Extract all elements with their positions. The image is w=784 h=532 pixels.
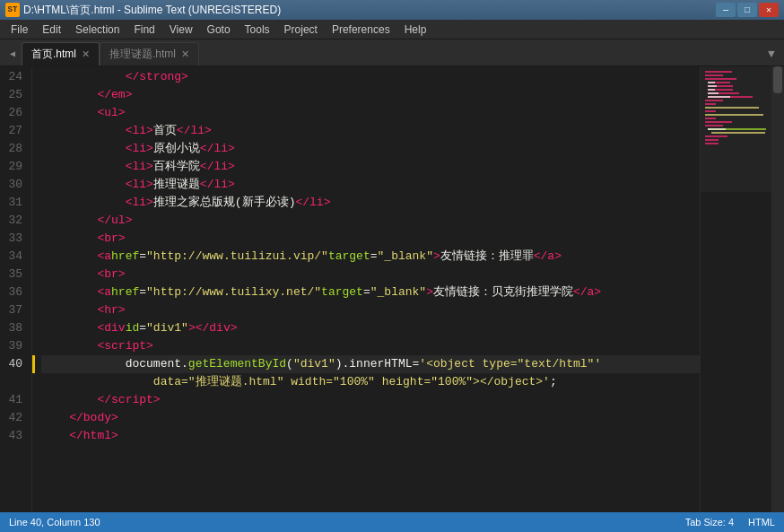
svg-rect-3 [705, 74, 723, 76]
minimize-button[interactable]: — [716, 3, 736, 17]
minimap-visual [701, 66, 771, 512]
line-num-31: 31 [5, 194, 22, 212]
code-line-31: <li>推理之家总版规(新手必读)</li> [41, 194, 700, 212]
line-num-42: 42 [5, 409, 22, 427]
menu-help[interactable]: Help [397, 22, 434, 38]
svg-rect-6 [708, 82, 715, 83]
svg-rect-12 [708, 92, 719, 94]
tab-bar: ◀ 首页.html ✕ 推理谜题.html ✕ ▼ [0, 39, 784, 66]
menu-view[interactable]: View [162, 22, 200, 38]
line-num-36: 36 [5, 283, 22, 301]
svg-rect-27 [705, 139, 719, 141]
title-bar-left: ST D:\HTML\首页.html - Sublime Text (UNREG… [5, 3, 281, 18]
line-num-40: 40 [5, 355, 22, 373]
svg-rect-20 [705, 118, 716, 119]
line-num-35: 35 [5, 266, 22, 283]
maximize-button[interactable]: □ [737, 3, 757, 17]
line-num-29: 29 [5, 158, 22, 176]
svg-rect-18 [705, 110, 716, 112]
svg-rect-21 [705, 121, 732, 123]
status-left: Line 40, Column 130 [9, 517, 100, 528]
menu-selection[interactable]: Selection [68, 22, 126, 38]
line-num-24: 24 [5, 68, 22, 86]
line-num-39: 39 [5, 337, 22, 355]
line-num-37: 37 [5, 301, 22, 319]
line-num-33: 33 [5, 230, 22, 248]
code-line-40: document.getElementById("div1").innerHTM… [41, 355, 700, 373]
code-line-41: </script> [41, 391, 700, 409]
svg-rect-4 [705, 78, 736, 80]
svg-rect-2 [705, 71, 732, 73]
editor-container: 24 25 26 27 28 29 30 31 32 33 34 35 36 3… [0, 66, 784, 512]
line-num-26: 26 [5, 104, 22, 122]
window-title: D:\HTML\首页.html - Sublime Text (UNREGIST… [23, 3, 281, 18]
line-num-32: 32 [5, 212, 22, 230]
line-numbers: 24 25 26 27 28 29 30 31 32 33 34 35 36 3… [0, 66, 32, 512]
code-line-32: </ul> [41, 212, 700, 230]
scrollbar-thumb[interactable] [773, 66, 782, 93]
code-line-25: </em> [41, 86, 700, 104]
svg-rect-19 [705, 114, 763, 116]
code-line-29: <li>百科学院</li> [41, 158, 700, 176]
tab-homepage-close[interactable]: ✕ [82, 49, 90, 59]
menu-tools[interactable]: Tools [238, 22, 277, 38]
line-num-34: 34 [5, 248, 22, 266]
code-line-37: <hr> [41, 301, 700, 319]
svg-rect-10 [708, 89, 715, 91]
code-line-26: <ul> [41, 104, 700, 122]
code-line-27: <li>首页</li> [41, 122, 700, 140]
svg-rect-8 [708, 85, 717, 87]
menu-file[interactable]: File [4, 22, 35, 38]
close-button[interactable]: ✕ [759, 3, 779, 17]
app-icon: ST [5, 3, 20, 17]
active-line-marker [32, 355, 35, 373]
code-line-35: <br> [41, 266, 700, 283]
code-line-38: <div id="div1"></div> [41, 319, 700, 337]
tab-puzzle-close[interactable]: ✕ [181, 49, 189, 59]
line-num-28: 28 [5, 140, 22, 158]
code-line-40-cont: data="推理谜题.html" width="100%" height="10… [41, 373, 700, 391]
title-bar: ST D:\HTML\首页.html - Sublime Text (UNREG… [0, 0, 784, 20]
tab-list-button[interactable]: ▼ [762, 42, 780, 65]
line-num-40b [5, 373, 22, 391]
tab-puzzle[interactable]: 推理谜题.html ✕ [100, 42, 199, 65]
svg-rect-15 [705, 100, 723, 101]
code-line-36: <a href="http://www.tuilixy.net/" target… [41, 283, 700, 301]
menu-project[interactable]: Project [277, 22, 325, 38]
status-bar: Line 40, Column 130 Tab Size: 4 HTML [0, 512, 784, 532]
minimap[interactable] [700, 66, 771, 512]
cursor-position: Line 40, Column 130 [9, 517, 100, 528]
code-line-39: <script> [41, 337, 700, 355]
svg-rect-25 [711, 132, 765, 134]
svg-rect-17 [705, 107, 759, 109]
code-line-33: <br> [41, 230, 700, 248]
syntax-language: HTML [748, 517, 775, 528]
tab-homepage[interactable]: 首页.html ✕ [22, 42, 100, 65]
menu-preferences[interactable]: Preferences [325, 22, 397, 38]
tab-puzzle-label: 推理谜题.html [109, 47, 176, 62]
code-line-24: </strong> [41, 68, 700, 86]
window-controls[interactable]: — □ ✕ [716, 3, 779, 17]
tab-homepage-label: 首页.html [31, 47, 76, 62]
svg-rect-24 [708, 128, 726, 130]
menu-bar: File Edit Selection Find View Goto Tools… [0, 20, 784, 39]
code-line-42: </body> [41, 409, 700, 427]
line-num-25: 25 [5, 86, 22, 104]
svg-rect-16 [705, 103, 716, 105]
menu-goto[interactable]: Goto [200, 22, 238, 38]
line-num-30: 30 [5, 176, 22, 194]
svg-rect-22 [705, 125, 723, 126]
line-num-27: 27 [5, 122, 22, 140]
code-area[interactable]: </strong> </em> <ul> <li>首页</li> <li>原创小… [32, 66, 700, 512]
line-num-43: 43 [5, 427, 22, 445]
tab-prev-button[interactable]: ◀ [4, 42, 22, 65]
menu-edit[interactable]: Edit [35, 22, 68, 38]
line-num-41: 41 [5, 391, 22, 409]
status-right: Tab Size: 4 HTML [685, 517, 775, 528]
menu-find[interactable]: Find [126, 22, 161, 38]
svg-rect-26 [705, 135, 727, 137]
tab-size: Tab Size: 4 [685, 517, 734, 528]
svg-rect-14 [708, 96, 730, 98]
code-line-43: </html> [41, 427, 700, 445]
vertical-scrollbar[interactable] [771, 66, 784, 512]
